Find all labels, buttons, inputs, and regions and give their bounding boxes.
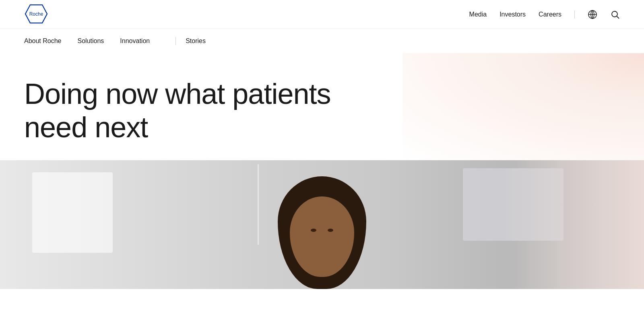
top-right-nav: Media Investors Careers: [469, 10, 620, 19]
main-nav: About Roche Solutions Innovation Stories: [0, 29, 644, 53]
nav-solutions[interactable]: Solutions: [78, 37, 112, 45]
hero-background-gradient: [402, 53, 644, 160]
bg-element-center: [258, 164, 259, 245]
eye-right: [328, 229, 333, 232]
hero-title-line2: need next: [24, 111, 148, 143]
top-nav: Roche Media Investors Careers: [0, 0, 644, 29]
nav-divider: [574, 10, 575, 19]
person-eyes: [311, 229, 333, 232]
hero-image-section: [0, 160, 644, 289]
main-nav-divider: [175, 37, 176, 45]
nav-about-roche[interactable]: About Roche: [24, 37, 70, 45]
logo[interactable]: Roche: [24, 4, 48, 25]
nav-innovation[interactable]: Innovation: [120, 37, 158, 45]
svg-text:Roche: Roche: [29, 11, 43, 17]
svg-point-6: [612, 11, 617, 17]
hero-title-line1: Doing now what patients: [24, 78, 330, 110]
bg-element-right: [463, 168, 564, 241]
hero-section: Doing now what patients need next: [0, 53, 644, 160]
nav-stories[interactable]: Stories: [186, 37, 214, 45]
bg-element-left: [32, 172, 113, 253]
hero-image: [0, 160, 644, 289]
nav-careers[interactable]: Careers: [539, 11, 561, 18]
svg-line-7: [617, 16, 619, 19]
eye-left: [311, 229, 316, 232]
globe-icon[interactable]: [588, 10, 597, 19]
person-figure: [262, 160, 382, 289]
hero-title: Doing now what patients need next: [24, 77, 386, 144]
nav-investors[interactable]: Investors: [500, 11, 526, 18]
nav-media[interactable]: Media: [469, 11, 487, 18]
search-icon[interactable]: [610, 10, 620, 19]
